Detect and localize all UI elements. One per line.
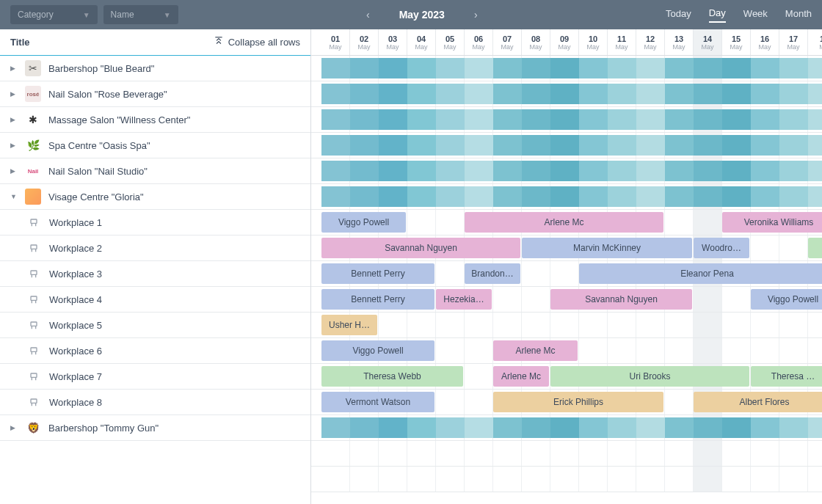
view-month[interactable]: Month — [785, 8, 812, 22]
event[interactable]: Savannah Nguyen — [321, 238, 520, 258]
day-column[interactable]: 05May — [436, 29, 465, 55]
event[interactable]: Bennett Perry — [321, 289, 434, 310]
prev-month-button[interactable]: ‹ — [366, 9, 370, 21]
work-icon — [26, 317, 42, 333]
day-column[interactable]: 14May — [694, 29, 722, 55]
day-column[interactable]: 06May — [465, 29, 493, 55]
tree-row[interactable]: Workplace 6 — [0, 338, 310, 364]
tree-label: Barbershop "Tommy Gun" — [48, 423, 159, 434]
event[interactable] — [808, 238, 822, 258]
event[interactable]: Arlene Mc — [493, 340, 578, 361]
event[interactable]: Woodro… — [694, 238, 749, 258]
timeline-row: Viggo PowellArlene McVeronika Williams — [311, 210, 822, 235]
tree-row[interactable]: ▶roséNail Salon "Rose Beverage" — [0, 81, 310, 107]
day-column[interactable]: 15May — [722, 29, 751, 55]
day-column[interactable]: 09May — [550, 29, 579, 55]
day-column[interactable]: 07May — [493, 29, 522, 55]
day-column[interactable]: 10May — [579, 29, 608, 55]
chevron-right-icon[interactable]: ▶ — [10, 424, 18, 431]
chevron-down-icon: ▼ — [83, 11, 90, 19]
logo-icon: ✂ — [25, 60, 41, 76]
event[interactable]: Albert Flores — [694, 392, 822, 412]
view-day[interactable]: Day — [709, 7, 726, 23]
day-column[interactable]: 1M — [808, 29, 822, 55]
day-column[interactable]: 12May — [636, 29, 665, 55]
timeline-row: Usher H… — [311, 313, 822, 338]
collapse-all-label: Collapse all rows — [228, 37, 300, 48]
tree-row[interactable]: ▶✱Massage Salon "Willness Center" — [0, 107, 310, 133]
day-column[interactable]: 02May — [350, 29, 379, 55]
tree-row[interactable]: ▶✂Barbershop "Blue Beard" — [0, 56, 310, 81]
view-week[interactable]: Week — [743, 8, 768, 22]
tree-row[interactable]: ▶NailNail Salon "Nail Studio" — [0, 158, 310, 184]
event[interactable]: Arlene Mc — [465, 212, 663, 233]
day-column[interactable]: 13May — [665, 29, 694, 55]
day-column[interactable]: 11May — [608, 29, 636, 55]
event[interactable]: Erick Phillips — [493, 392, 663, 412]
svg-rect-10 — [31, 296, 37, 300]
event[interactable]: Veronika Williams — [722, 212, 822, 233]
tree-row[interactable]: Workplace 5 — [0, 313, 310, 338]
work-icon — [26, 368, 42, 384]
timeline-row: Bennett PerryBrandon…Eleanor Pena — [311, 261, 822, 287]
collapse-all-button[interactable]: Collapse all rows — [214, 36, 300, 48]
work-icon — [26, 394, 42, 410]
chevron-right-icon[interactable]: ▶ — [10, 116, 18, 123]
event[interactable]: Eleanor Pena — [579, 263, 822, 284]
tree-row[interactable]: Workplace 3 — [0, 261, 310, 287]
event[interactable]: Theresa Webb — [321, 366, 463, 387]
day-column[interactable]: 08May — [522, 29, 550, 55]
tree-row[interactable]: Workplace 1 — [0, 210, 310, 235]
tree-row[interactable]: ▼Visage Centre "Gloria" — [0, 184, 310, 210]
event[interactable]: Vermont Watson — [321, 392, 434, 412]
event[interactable]: Theresa … — [751, 366, 822, 387]
event[interactable]: Savannah Nguyen — [550, 289, 692, 310]
tree-row[interactable]: ▶🌿Spa Centre "Oasis Spa" — [0, 133, 310, 158]
spa-icon: 🌿 — [25, 137, 41, 153]
event[interactable]: Brandon… — [465, 263, 520, 284]
event[interactable]: Arlene Mc — [493, 366, 549, 387]
day-column[interactable]: 01May — [321, 29, 350, 55]
tree-row[interactable]: Workplace 2 — [0, 235, 310, 261]
day-column[interactable]: 16May — [751, 29, 779, 55]
svg-rect-22 — [31, 399, 37, 403]
tree-label: Massage Salon "Willness Center" — [48, 114, 190, 125]
name-filter[interactable]: Name ▼ — [103, 5, 178, 24]
chevron-right-icon[interactable]: ▶ — [10, 167, 18, 175]
chevron-right-icon[interactable]: ▶ — [10, 142, 18, 149]
timeline-row: Savannah NguyenMarvin McKinneyWoodro… — [311, 235, 822, 261]
svg-rect-19 — [31, 373, 37, 377]
day-column[interactable]: 03May — [379, 29, 407, 55]
day-column[interactable]: 04May — [407, 29, 436, 55]
event[interactable]: Viggo Powell — [321, 340, 434, 361]
tree-row[interactable]: Workplace 8 — [0, 390, 310, 415]
event[interactable]: Viggo Powell — [321, 212, 406, 233]
today-button[interactable]: Today — [666, 8, 691, 22]
rose-icon: rosé — [25, 86, 41, 102]
event[interactable]: Uri Brooks — [550, 366, 749, 387]
tree-label: Nail Salon "Rose Beverage" — [48, 89, 167, 100]
work-icon — [26, 266, 42, 282]
event[interactable]: Viggo Powell — [751, 289, 822, 310]
tree-row[interactable]: Workplace 7 — [0, 364, 310, 390]
category-filter[interactable]: Category ▼ — [10, 5, 98, 24]
massage-icon: ✱ — [25, 112, 41, 128]
event[interactable]: Usher H… — [321, 315, 377, 335]
gloria-icon — [25, 189, 41, 205]
event[interactable]: Marvin McKinney — [522, 238, 692, 258]
chevron-right-icon[interactable]: ▶ — [10, 90, 18, 98]
tree-label: Spa Centre "Oasis Spa" — [48, 140, 150, 151]
timeline-row — [311, 441, 822, 467]
nail-icon: Nail — [25, 163, 41, 179]
event[interactable]: Hezekia… — [436, 289, 492, 310]
day-column[interactable]: 17May — [779, 29, 808, 55]
tree-row[interactable]: Workplace 4 — [0, 287, 310, 313]
event[interactable]: Bennett Perry — [321, 263, 434, 284]
tree-label: Workplace 7 — [49, 371, 102, 382]
svg-rect-1 — [31, 219, 37, 223]
tree-row[interactable]: ▶🦁Barbershop "Tommy Gun" — [0, 415, 310, 441]
tree-label: Workplace 5 — [49, 320, 102, 331]
next-month-button[interactable]: › — [474, 9, 478, 21]
chevron-down-icon[interactable]: ▼ — [10, 193, 18, 200]
chevron-right-icon[interactable]: ▶ — [10, 65, 18, 72]
